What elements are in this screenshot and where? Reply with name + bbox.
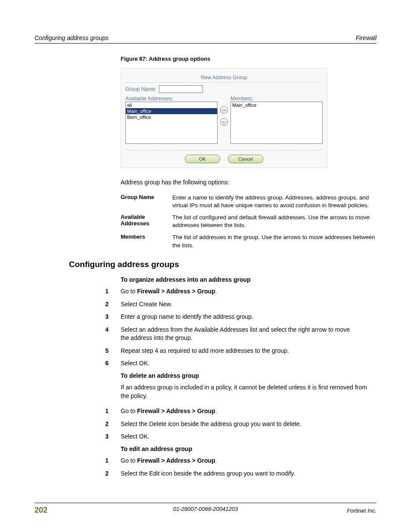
page-footer: 202 01-28007-0068-20041203 Fortinet Inc. — [34, 503, 377, 515]
group-name-input[interactable] — [159, 85, 203, 93]
step-number: 6 — [34, 359, 121, 368]
step-text: Select OK. — [121, 359, 377, 368]
header-right: Firewall — [356, 34, 377, 41]
footer-doc-id: 01-28007-0068-20041203 — [34, 506, 377, 512]
step-text: Select the Edit icon beside the address … — [121, 470, 377, 478]
header-left: Configuring address groups — [34, 34, 109, 41]
members-list[interactable]: Main_office — [230, 102, 323, 144]
step-number: 4 — [34, 326, 121, 342]
move-left-icon[interactable]: ← — [220, 118, 228, 126]
option-term: Members — [121, 233, 164, 249]
step-number: 1 — [34, 287, 121, 296]
procedure-heading: To edit an address group — [121, 445, 377, 452]
running-header: Configuring address groups Firewall — [34, 34, 377, 44]
step-number: 3 — [34, 432, 121, 441]
step-number: 2 — [34, 420, 121, 429]
section-heading: Configuring address groups — [69, 260, 377, 269]
dialog-title: New Address Group — [125, 73, 323, 83]
ok-button[interactable]: OK — [185, 155, 220, 163]
step-text: Select OK. — [121, 432, 377, 441]
list-item[interactable]: Main_office — [126, 108, 217, 114]
figure-caption: Figure 87: Address group options — [121, 56, 377, 62]
options-table: Group Name Enter a name to identify the … — [121, 194, 377, 249]
procedure-heading: To delete an address group — [121, 372, 377, 379]
step-text: Select the Delete icon beside the addres… — [121, 420, 377, 429]
cancel-button[interactable]: Cancel — [228, 155, 263, 163]
step-number: 3 — [34, 313, 121, 321]
group-name-label: Group Name: — [125, 86, 156, 92]
procedure-intro: If an address group is included in a pol… — [121, 383, 377, 400]
figure-screenshot: New Address Group Group Name: Available … — [121, 68, 327, 168]
step-number: 2 — [34, 300, 121, 309]
procedure-heading: To organize addresses into an address gr… — [121, 276, 377, 283]
step-text: Go to Firewall > Address > Group. — [121, 407, 377, 416]
option-desc: The list of addresses in the group. Use … — [172, 233, 377, 249]
step-text: Go to Firewall > Address > Group. — [121, 457, 377, 465]
step-number: 5 — [34, 347, 121, 355]
list-item[interactable]: Bern_office — [126, 114, 217, 120]
option-desc: Enter a name to identify the address gro… — [172, 194, 377, 209]
step-text: Enter a group name to identify the addre… — [121, 313, 377, 321]
intro-text: Address group has the following options: — [121, 178, 377, 187]
option-term: Available Addresses — [121, 214, 164, 229]
step-number: 1 — [34, 407, 121, 416]
available-addresses-label: Available Addresses: — [125, 96, 218, 102]
move-right-icon[interactable]: → — [220, 106, 228, 114]
step-number: 2 — [34, 470, 121, 478]
list-item[interactable]: Main_office — [231, 102, 322, 108]
step-text: Go to Firewall > Address > Group. — [121, 287, 377, 296]
members-label: Members: — [230, 96, 323, 102]
step-text: Select Create New. — [121, 300, 377, 309]
step-text: Select an address from the Available Add… — [121, 326, 377, 342]
option-term: Group Name — [121, 194, 164, 209]
option-desc: The list of configured and default firew… — [172, 214, 377, 229]
list-item[interactable]: all — [126, 102, 217, 108]
step-text: Repeat step 4 as required to add more ad… — [121, 347, 377, 355]
step-number: 1 — [34, 457, 121, 465]
available-addresses-list[interactable]: all Main_office Bern_office — [125, 102, 218, 144]
